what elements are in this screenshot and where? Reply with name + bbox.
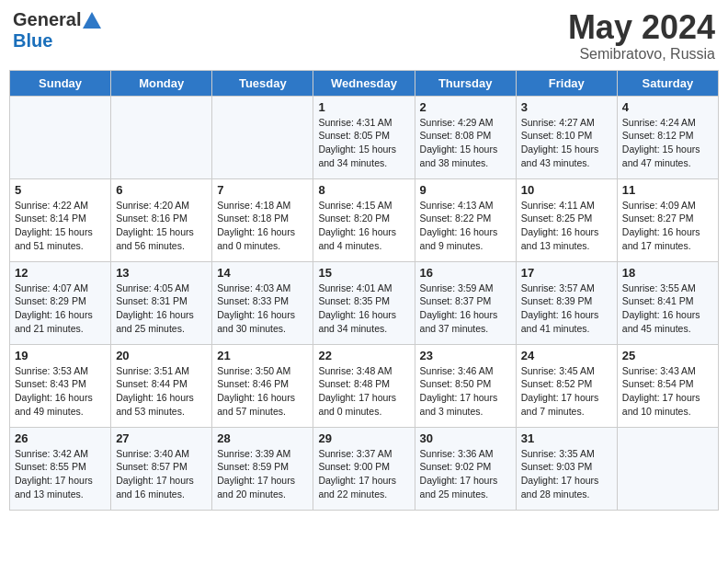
calendar-day-cell: 16Sunrise: 3:59 AM Sunset: 8:37 PM Dayli… <box>415 261 516 344</box>
calendar-day-cell: 8Sunrise: 4:15 AM Sunset: 8:20 PM Daylig… <box>313 178 415 261</box>
day-number: 7 <box>217 183 308 197</box>
day-number: 25 <box>622 349 713 362</box>
day-number: 21 <box>217 349 308 362</box>
day-info: Sunrise: 4:03 AM Sunset: 8:33 PM Dayligh… <box>217 282 308 336</box>
days-header-row: SundayMondayTuesdayWednesdayThursdayFrid… <box>10 70 719 96</box>
calendar-week-row: 12Sunrise: 4:07 AM Sunset: 8:29 PM Dayli… <box>10 261 719 344</box>
day-number: 3 <box>521 100 612 114</box>
day-info: Sunrise: 4:01 AM Sunset: 8:35 PM Dayligh… <box>318 282 409 336</box>
day-of-week-header: Friday <box>516 70 617 96</box>
day-number: 14 <box>217 266 308 280</box>
day-number: 26 <box>15 431 106 445</box>
day-info: Sunrise: 3:50 AM Sunset: 8:46 PM Dayligh… <box>217 364 308 419</box>
day-info: Sunrise: 3:59 AM Sunset: 8:37 PM Dayligh… <box>420 282 511 336</box>
calendar-week-row: 5Sunrise: 4:22 AM Sunset: 8:14 PM Daylig… <box>10 178 719 261</box>
logo: General Blue <box>13 9 101 52</box>
day-info: Sunrise: 4:29 AM Sunset: 8:08 PM Dayligh… <box>420 116 511 170</box>
day-number: 22 <box>318 349 409 362</box>
day-info: Sunrise: 4:05 AM Sunset: 8:31 PM Dayligh… <box>116 282 207 336</box>
calendar-day-cell: 19Sunrise: 3:53 AM Sunset: 8:43 PM Dayli… <box>10 344 111 427</box>
day-number: 15 <box>318 266 409 280</box>
calendar-day-cell: 4Sunrise: 4:24 AM Sunset: 8:12 PM Daylig… <box>617 96 718 178</box>
day-info: Sunrise: 4:27 AM Sunset: 8:10 PM Dayligh… <box>521 116 612 170</box>
day-number: 5 <box>15 183 106 197</box>
calendar-day-cell: 3Sunrise: 4:27 AM Sunset: 8:10 PM Daylig… <box>516 96 617 178</box>
calendar-day-cell <box>10 96 111 178</box>
calendar-week-row: 1Sunrise: 4:31 AM Sunset: 8:05 PM Daylig… <box>10 96 719 178</box>
calendar-day-cell: 12Sunrise: 4:07 AM Sunset: 8:29 PM Dayli… <box>10 261 111 344</box>
title-block: May 2024 Semibratovo, Russia <box>568 9 715 63</box>
day-info: Sunrise: 3:37 AM Sunset: 9:00 PM Dayligh… <box>318 447 409 501</box>
day-number: 13 <box>116 266 207 280</box>
calendar-table: SundayMondayTuesdayWednesdayThursdayFrid… <box>9 70 719 511</box>
day-info: Sunrise: 4:07 AM Sunset: 8:29 PM Dayligh… <box>15 282 106 336</box>
day-info: Sunrise: 3:42 AM Sunset: 8:55 PM Dayligh… <box>15 447 106 501</box>
calendar-day-cell: 9Sunrise: 4:13 AM Sunset: 8:22 PM Daylig… <box>415 178 516 261</box>
day-number: 19 <box>15 349 106 362</box>
calendar-day-cell: 6Sunrise: 4:20 AM Sunset: 8:16 PM Daylig… <box>111 178 212 261</box>
calendar-day-cell: 29Sunrise: 3:37 AM Sunset: 9:00 PM Dayli… <box>313 427 415 510</box>
day-number: 24 <box>521 349 612 362</box>
day-info: Sunrise: 3:55 AM Sunset: 8:41 PM Dayligh… <box>622 282 713 336</box>
calendar-day-cell: 15Sunrise: 4:01 AM Sunset: 8:35 PM Dayli… <box>313 261 415 344</box>
day-number: 20 <box>116 349 207 362</box>
calendar-day-cell: 31Sunrise: 3:35 AM Sunset: 9:03 PM Dayli… <box>516 427 617 510</box>
day-number: 2 <box>420 100 511 114</box>
calendar-day-cell: 1Sunrise: 4:31 AM Sunset: 8:05 PM Daylig… <box>313 96 415 178</box>
calendar-day-cell: 18Sunrise: 3:55 AM Sunset: 8:41 PM Dayli… <box>617 261 718 344</box>
calendar-day-cell: 17Sunrise: 3:57 AM Sunset: 8:39 PM Dayli… <box>516 261 617 344</box>
day-number: 8 <box>318 183 409 197</box>
day-info: Sunrise: 3:46 AM Sunset: 8:50 PM Dayligh… <box>420 364 511 419</box>
day-of-week-header: Wednesday <box>313 70 415 96</box>
day-number: 31 <box>521 431 612 445</box>
day-info: Sunrise: 4:13 AM Sunset: 8:22 PM Dayligh… <box>420 199 511 253</box>
day-of-week-header: Tuesday <box>212 70 313 96</box>
calendar-day-cell: 27Sunrise: 3:40 AM Sunset: 8:57 PM Dayli… <box>111 427 212 510</box>
logo-general-text: General <box>13 9 81 30</box>
day-of-week-header: Monday <box>111 70 212 96</box>
day-info: Sunrise: 3:45 AM Sunset: 8:52 PM Dayligh… <box>521 364 612 419</box>
day-info: Sunrise: 4:24 AM Sunset: 8:12 PM Dayligh… <box>622 116 713 170</box>
day-of-week-header: Saturday <box>617 70 718 96</box>
day-info: Sunrise: 3:36 AM Sunset: 9:02 PM Dayligh… <box>420 447 511 501</box>
calendar-day-cell: 26Sunrise: 3:42 AM Sunset: 8:55 PM Dayli… <box>10 427 111 510</box>
day-info: Sunrise: 3:57 AM Sunset: 8:39 PM Dayligh… <box>521 282 612 336</box>
calendar-day-cell: 25Sunrise: 3:43 AM Sunset: 8:54 PM Dayli… <box>617 344 718 427</box>
day-info: Sunrise: 4:31 AM Sunset: 8:05 PM Dayligh… <box>318 116 409 170</box>
day-info: Sunrise: 4:22 AM Sunset: 8:14 PM Dayligh… <box>15 199 106 253</box>
day-info: Sunrise: 4:11 AM Sunset: 8:25 PM Dayligh… <box>521 199 612 253</box>
logo-blue-text: Blue <box>13 30 52 52</box>
svg-marker-0 <box>83 12 101 29</box>
calendar-week-row: 26Sunrise: 3:42 AM Sunset: 8:55 PM Dayli… <box>10 427 719 510</box>
day-of-week-header: Sunday <box>10 70 111 96</box>
calendar-day-cell: 7Sunrise: 4:18 AM Sunset: 8:18 PM Daylig… <box>212 178 313 261</box>
day-info: Sunrise: 3:39 AM Sunset: 8:59 PM Dayligh… <box>217 447 308 501</box>
calendar-day-cell: 13Sunrise: 4:05 AM Sunset: 8:31 PM Dayli… <box>111 261 212 344</box>
day-number: 1 <box>318 100 409 114</box>
calendar-day-cell: 11Sunrise: 4:09 AM Sunset: 8:27 PM Dayli… <box>617 178 718 261</box>
day-of-week-header: Thursday <box>415 70 516 96</box>
calendar-day-cell: 28Sunrise: 3:39 AM Sunset: 8:59 PM Dayli… <box>212 427 313 510</box>
day-info: Sunrise: 3:43 AM Sunset: 8:54 PM Dayligh… <box>622 364 713 419</box>
calendar-day-cell: 22Sunrise: 3:48 AM Sunset: 8:48 PM Dayli… <box>313 344 415 427</box>
calendar-day-cell: 30Sunrise: 3:36 AM Sunset: 9:02 PM Dayli… <box>415 427 516 510</box>
day-info: Sunrise: 4:09 AM Sunset: 8:27 PM Dayligh… <box>622 199 713 253</box>
calendar-day-cell <box>212 96 313 178</box>
calendar-day-cell: 21Sunrise: 3:50 AM Sunset: 8:46 PM Dayli… <box>212 344 313 427</box>
day-info: Sunrise: 4:18 AM Sunset: 8:18 PM Dayligh… <box>217 199 308 253</box>
page-header: General Blue May 2024 Semibratovo, Russi… <box>9 9 719 63</box>
day-number: 9 <box>420 183 511 197</box>
day-number: 16 <box>420 266 511 280</box>
day-number: 11 <box>622 183 713 197</box>
day-info: Sunrise: 4:15 AM Sunset: 8:20 PM Dayligh… <box>318 199 409 253</box>
day-number: 12 <box>15 266 106 280</box>
calendar-day-cell: 20Sunrise: 3:51 AM Sunset: 8:44 PM Dayli… <box>111 344 212 427</box>
month-year-title: May 2024 <box>568 9 715 46</box>
day-number: 29 <box>318 431 409 445</box>
calendar-day-cell: 5Sunrise: 4:22 AM Sunset: 8:14 PM Daylig… <box>10 178 111 261</box>
calendar-day-cell: 10Sunrise: 4:11 AM Sunset: 8:25 PM Dayli… <box>516 178 617 261</box>
day-info: Sunrise: 3:53 AM Sunset: 8:43 PM Dayligh… <box>15 364 106 419</box>
day-info: Sunrise: 3:35 AM Sunset: 9:03 PM Dayligh… <box>521 447 612 501</box>
day-info: Sunrise: 3:51 AM Sunset: 8:44 PM Dayligh… <box>116 364 207 419</box>
day-info: Sunrise: 3:40 AM Sunset: 8:57 PM Dayligh… <box>116 447 207 501</box>
